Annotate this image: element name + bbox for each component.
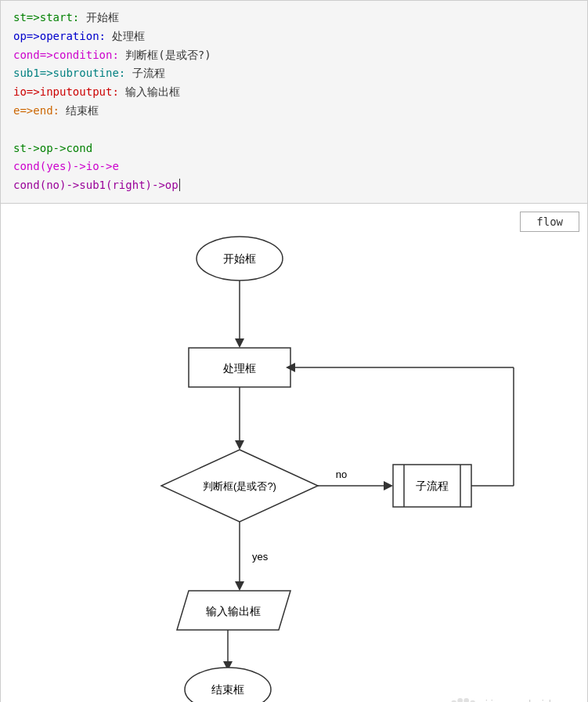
code-line-blank (13, 121, 575, 139)
svg-marker-17 (235, 581, 244, 591)
code-token: cond(no)->sub1(right)->op (13, 179, 179, 191)
no-label: no (335, 469, 346, 480)
code-token: e=>end: (13, 104, 60, 117)
code-token: 开始框 (86, 11, 119, 24)
svg-marker-2 (235, 338, 244, 348)
code-token: st->op->cond (13, 142, 92, 154)
flow-label: flow (520, 212, 579, 232)
code-token: st=>start: (13, 11, 79, 24)
svg-point-23 (458, 698, 464, 702)
diagram-area: flow 开始框 处理框 判断框(是或否?) no 子流程 (0, 204, 588, 702)
operation-label: 处理框 (223, 362, 256, 375)
code-line-6: e=>end: 结束框 (13, 102, 575, 121)
code-line-2: op=>operation: 处理框 (13, 27, 575, 46)
code-token: 输入输出框 (125, 85, 180, 98)
code-line-4: sub1=>subroutine: 子流程 (13, 64, 575, 83)
code-token: 判断框(是或否?) (125, 49, 211, 61)
code-token: io=>inputoutput: (13, 85, 119, 98)
yes-label: yes (252, 551, 269, 563)
svg-marker-5 (235, 440, 244, 450)
code-line-10: cond(no)->sub1(right)->op (13, 176, 575, 195)
code-token: cond(yes)->io->e (13, 160, 119, 172)
code-line-8: st->op->cond (13, 139, 575, 158)
code-line-5: io=>inputoutput: 输入输出框 (13, 83, 575, 102)
code-token: op=>operation: (13, 30, 106, 42)
code-token: 子流程 (132, 67, 165, 79)
code-line-9: cond(yes)->io->e (13, 157, 575, 176)
code-token: sub1=>subroutine: (13, 67, 125, 79)
subroutine-label: 子流程 (416, 479, 449, 492)
end-label: 结束框 (211, 683, 244, 696)
watermark: jingyan.baidu.com (449, 697, 579, 702)
svg-marker-8 (384, 481, 393, 490)
watermark-logo (449, 697, 480, 702)
code-line-1: st=>start: 开始框 (13, 9, 575, 27)
io-label: 输入输出框 (206, 605, 261, 617)
condition-label: 判断框(是或否?) (203, 480, 276, 492)
code-area[interactable]: st=>start: 开始框 op=>operation: 处理框 cond=>… (0, 0, 588, 204)
start-label: 开始框 (223, 252, 256, 265)
svg-point-24 (464, 698, 470, 702)
code-token: cond=>condition: (13, 49, 119, 61)
code-line-3: cond=>condition: 判断框(是或否?) (13, 46, 575, 65)
watermark-text: jingyan.baidu.com (483, 699, 579, 702)
code-token: 结束框 (66, 104, 99, 117)
code-token: 处理框 (112, 30, 145, 42)
flowchart-svg: 开始框 处理框 判断框(是或否?) no 子流程 yes (20, 204, 568, 702)
